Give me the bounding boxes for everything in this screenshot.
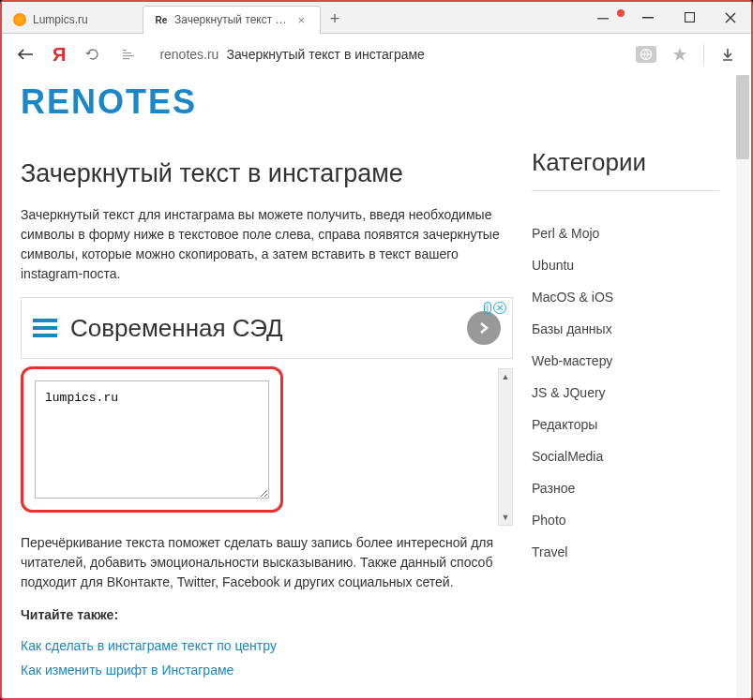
yandex-logo[interactable]: Я	[49, 44, 69, 66]
url-title: Зачеркнутый текст в инстаграме	[226, 47, 424, 62]
downloads-button[interactable]	[715, 42, 740, 67]
related-link-1[interactable]: Как сделать в инстаграме текст по центру	[21, 638, 513, 653]
star-icon	[672, 47, 687, 62]
notification-button[interactable]	[586, 3, 627, 33]
bookmark-button[interactable]	[668, 42, 692, 67]
article-outro: Перечёркивание текста поможет сделать ва…	[21, 533, 513, 592]
svg-rect-1	[642, 17, 654, 19]
svg-rect-0	[597, 18, 609, 20]
close-button[interactable]	[710, 3, 751, 33]
category-item[interactable]: Web-мастеру	[532, 345, 719, 377]
svg-rect-4	[123, 52, 131, 53]
ad-banner[interactable]: i✕ Современная СЭД	[21, 297, 513, 359]
scroll-up-icon[interactable]: ▲	[499, 369, 512, 384]
category-item[interactable]: Travel	[532, 536, 719, 568]
browser-titlebar: Lumpics.ru Re Зачеркнутый текст в инс × …	[2, 2, 751, 34]
svg-rect-5	[123, 55, 134, 56]
chevron-right-icon	[477, 321, 490, 335]
address-bar: Я renotes.ru Зачеркнутый текст в инстагр…	[2, 34, 751, 75]
ad-title: Современная СЭД	[70, 314, 454, 343]
favicon-renotes-icon: Re	[155, 13, 168, 26]
url-field[interactable]: renotes.ru Зачеркнутый текст в инстаграм…	[152, 40, 625, 68]
minimize-button[interactable]	[627, 3, 669, 33]
maximize-icon	[685, 12, 695, 22]
svg-rect-2	[685, 13, 694, 22]
url-domain: renotes.ru	[159, 47, 218, 62]
tab-renotes[interactable]: Re Зачеркнутый текст в инс ×	[143, 6, 321, 34]
notification-dot-icon	[617, 9, 625, 17]
article-title: Зачеркнутый текст в инстаграме	[21, 159, 513, 188]
translate-button[interactable]	[636, 46, 656, 63]
maximize-button[interactable]	[669, 3, 710, 33]
category-item[interactable]: Perl & Mojo	[532, 217, 719, 249]
back-arrow-icon	[16, 47, 35, 62]
scrollbar-thumb[interactable]	[736, 75, 749, 159]
ad-next-button[interactable]	[467, 311, 501, 345]
reload-button[interactable]	[81, 42, 105, 67]
category-item[interactable]: Ubuntu	[532, 249, 719, 281]
sidebar: Категории Perl & Mojo Ubuntu MacOS & iOS…	[532, 82, 719, 698]
ad-indicator-icon[interactable]: i✕	[484, 302, 506, 314]
close-icon	[725, 12, 736, 23]
category-item[interactable]: Редакторы	[532, 409, 719, 440]
strikethrough-input[interactable]	[35, 380, 269, 499]
highlight-annotation	[21, 366, 283, 513]
notification-icon	[596, 11, 610, 24]
hamburger-icon	[33, 319, 57, 337]
tab-lumpics[interactable]: Lumpics.ru	[2, 6, 143, 34]
page-content: RENOTES Зачеркнутый текст в инстаграме З…	[2, 75, 751, 698]
category-item[interactable]: Базы данных	[532, 313, 719, 345]
download-icon	[720, 47, 735, 62]
tab-label: Зачеркнутый текст в инс	[174, 13, 292, 26]
new-tab-button[interactable]: +	[321, 6, 349, 34]
reload-icon	[85, 47, 100, 62]
minimize-icon	[642, 12, 654, 23]
category-item[interactable]: MacOS & iOS	[532, 281, 719, 313]
tab-close-icon[interactable]: ×	[297, 13, 305, 27]
favicon-lumpics-icon	[13, 13, 26, 26]
category-item[interactable]: SocialMedia	[532, 440, 719, 472]
window-controls	[586, 3, 751, 33]
site-info-icon[interactable]	[116, 42, 141, 67]
category-item[interactable]: Разное	[532, 472, 719, 504]
site-logo[interactable]: RENOTES	[21, 82, 513, 122]
scroll-down-icon[interactable]: ▼	[499, 510, 512, 525]
related-link-2[interactable]: Как изменить шрифт в Инстаграме	[21, 663, 513, 678]
sidebar-heading: Категории	[532, 148, 719, 191]
svg-rect-3	[123, 50, 127, 51]
article-intro: Зачеркнутый текст для инстаграма вы може…	[21, 205, 513, 284]
category-item[interactable]: JS & JQuery	[532, 377, 719, 409]
category-list: Perl & Mojo Ubuntu MacOS & iOS Базы данн…	[532, 217, 719, 568]
category-item[interactable]: Photo	[532, 504, 719, 536]
back-button[interactable]	[13, 42, 38, 67]
page-scrollbar[interactable]	[736, 75, 749, 698]
tab-label: Lumpics.ru	[33, 13, 128, 26]
also-read-heading: Читайте также:	[21, 605, 513, 625]
widget-scrollbar[interactable]: ▲ ▼	[498, 368, 513, 526]
svg-rect-6	[123, 58, 129, 59]
tab-strip: Lumpics.ru Re Зачеркнутый текст в инс × …	[2, 2, 586, 34]
translate-icon	[640, 48, 653, 61]
